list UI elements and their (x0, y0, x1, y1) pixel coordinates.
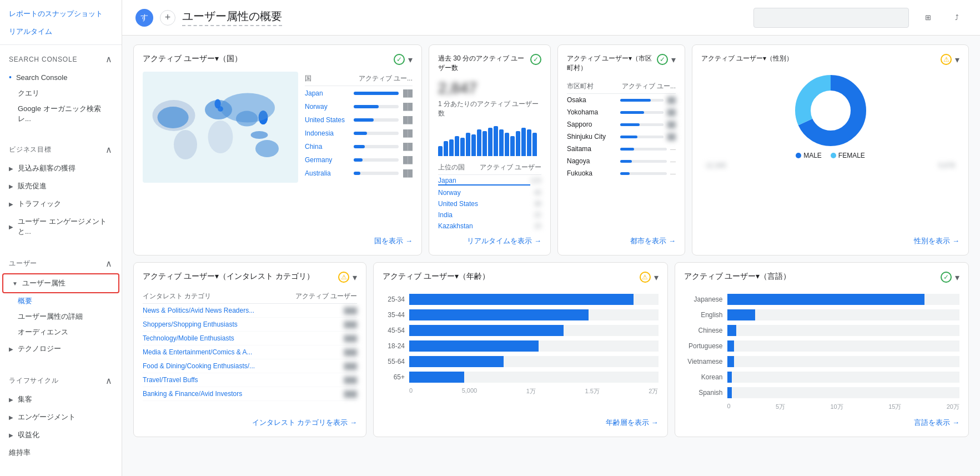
sidebar-section-header-user[interactable]: ユーザー ∧ (0, 254, 122, 273)
donut-legend: MALE FEMALE (796, 152, 865, 159)
age-link[interactable]: 年齢層を表示 → (383, 413, 659, 428)
country-row-germany[interactable]: Germany ██ (305, 154, 413, 166)
bar-10 (488, 128, 492, 156)
age-bar-25-34-container (409, 294, 659, 305)
city-val-yokohama: ██ (667, 109, 676, 116)
add-button[interactable]: + (160, 10, 175, 26)
interest-link[interactable]: インタレスト カテゴリを表示 → (143, 413, 357, 428)
city-row-osaka[interactable]: Osaka ██ (567, 94, 676, 106)
city-bar-sapporo (620, 123, 664, 126)
lang-bar-portuguese-container (727, 340, 960, 352)
rt-val-india: 22 (534, 211, 541, 219)
bar-17 (527, 129, 531, 156)
sidebar-section-label-user: ユーザー (9, 259, 37, 268)
interest-card-icons: ⚠ ▾ (338, 272, 357, 283)
city-row-yokohama[interactable]: Yokohama ██ (567, 106, 676, 118)
rt-row-us[interactable]: United States 38 (438, 198, 541, 209)
rt-row-kaz[interactable]: Kazakhstan 15 (438, 221, 541, 232)
bar-9 (483, 131, 487, 156)
realtime-link[interactable]: リアルタイムを表示 → (438, 232, 541, 246)
sidebar-item-audience[interactable]: オーディエンス (0, 324, 122, 340)
country-card-header: アクティブ ユーザー▾（国） ✓ ▾ (143, 54, 413, 65)
country-value-japan: ██ (403, 89, 413, 97)
city-row-nagoya[interactable]: Nagoya — (567, 155, 676, 167)
share-button[interactable]: ⤴ (947, 8, 967, 28)
city-val-shinjuku: ██ (667, 133, 676, 140)
lang-axis-10man: 10万 (831, 403, 843, 411)
sidebar-section-header-lifecycle[interactable]: ライフサイクル ∧ (0, 371, 122, 390)
lang-dropdown-icon[interactable]: ▾ (955, 272, 959, 283)
bar-11 (494, 126, 498, 156)
interest-row-1[interactable]: News & Politics/Avid News Readers... ███ (143, 304, 357, 318)
sidebar-realtime[interactable]: リアルタイム (0, 23, 122, 40)
sidebar-item-traffic[interactable]: ▶ トラフィック (0, 195, 122, 213)
share-icon: ⤴ (955, 13, 959, 22)
interest-row-4[interactable]: Media & Entertainment/Comics & A... ███ (143, 345, 357, 359)
interest-row-5[interactable]: Food & Dining/Cooking Enthusiasts/... ██… (143, 359, 357, 373)
bar-fill-au (354, 172, 360, 175)
interest-row-6[interactable]: Travel/Travel Buffs ███ (143, 373, 357, 387)
bar-7 (471, 134, 476, 156)
lang-label-english: English (684, 311, 723, 319)
sidebar-section-header-sc[interactable]: Search Console ∧ (0, 49, 122, 69)
interest-val-6: ███ (344, 377, 357, 383)
interest-val-3: ███ (344, 335, 357, 342)
sidebar-item-search-console[interactable]: • Search Console (0, 69, 122, 86)
sidebar-item-google-organic[interactable]: Google オーガニック検索レ... (0, 101, 122, 127)
interest-dropdown-icon[interactable]: ▾ (353, 272, 357, 283)
view-mode-button[interactable]: ⊞ (918, 8, 938, 28)
bar-fill-us (354, 118, 374, 122)
view-mode-icon: ⊞ (925, 13, 931, 22)
svg-point-12 (218, 106, 223, 112)
sidebar-library[interactable]: 📁 ライブラリ (0, 470, 122, 476)
sidebar-item-overview[interactable]: 概要 (0, 293, 122, 309)
interest-row-7[interactable]: Banking & Finance/Avid Investors ███ (143, 387, 357, 401)
sidebar-section-label-business: ビジネス目標 (9, 145, 52, 154)
gender-link[interactable]: 性別を表示 → (701, 232, 959, 246)
country-row-au[interactable]: Australia ██ (305, 167, 413, 179)
lang-bar-japanese (727, 294, 925, 305)
lang-bar-vietnamese (727, 356, 735, 367)
city-link[interactable]: 都市を表示 → (567, 232, 676, 246)
sidebar-item-user-attributes[interactable]: ▼ ユーザー属性 (2, 273, 119, 293)
sidebar-item-engagement[interactable]: ▶ ユーザー エンゲージメントと... (0, 213, 122, 240)
sidebar-item-monetization[interactable]: ▶ 収益化 (0, 426, 122, 444)
rt-country-india: India (438, 211, 534, 219)
sidebar-report-snapshot[interactable]: レポートのスナップショット (0, 4, 122, 23)
dropdown-icon[interactable]: ▾ (408, 54, 413, 65)
sidebar-item-retention[interactable]: 維持率 (0, 444, 122, 462)
age-dropdown-icon[interactable]: ▾ (654, 272, 659, 283)
age-axis-0: 0 (409, 387, 413, 395)
gender-dropdown-icon[interactable]: ▾ (955, 54, 959, 65)
rt-row-india[interactable]: India 22 (438, 209, 541, 221)
country-row-china[interactable]: China ██ (305, 141, 413, 153)
sidebar-section-header-business[interactable]: ビジネス目標 ∧ (0, 140, 122, 159)
city-row-sapporo[interactable]: Sapporo ██ (567, 118, 676, 131)
city-row-shinjuku[interactable]: Shinjuku City ██ (567, 131, 676, 143)
city-row-fukuoka[interactable]: Fukuoka — (567, 167, 676, 179)
sidebar-item-user-attr-detail[interactable]: ユーザー属性の詳細 (0, 309, 122, 324)
sidebar-item-label-mon: 収益化 (18, 430, 39, 440)
sidebar-item-technology[interactable]: ▶ テクノロジー (0, 340, 122, 358)
country-row-id[interactable]: Indonesia ██ (305, 127, 413, 139)
city-dropdown-icon[interactable]: ▾ (671, 54, 676, 65)
sidebar-section-search-console: Search Console ∧ • Search Console クエリ Go… (0, 45, 122, 131)
rt-row-japan[interactable]: Japan 123 (438, 175, 541, 187)
interest-val-4: ███ (344, 349, 357, 355)
sidebar-item-sales[interactable]: ▶ 販売促進 (0, 177, 122, 195)
lang-link[interactable]: 言語を表示 → (684, 413, 960, 428)
city-row-saitama[interactable]: Saitama — (567, 143, 676, 155)
country-card-link[interactable]: 国を表示 → (143, 232, 413, 246)
rt-row-norway[interactable]: Norway 45 (438, 187, 541, 198)
country-row-norway[interactable]: Norway ██ (305, 101, 413, 113)
svg-point-10 (236, 111, 258, 127)
country-row-japan[interactable]: Japan ██ (305, 87, 413, 99)
country-row-us[interactable]: United States ██ (305, 114, 413, 126)
interest-row-3[interactable]: Technology/Mobile Enthusiasts ███ (143, 332, 357, 345)
country-card: アクティブ ユーザー▾（国） ✓ ▾ (133, 44, 422, 255)
sidebar-item-acquisition[interactable]: ▶ 集客 (0, 390, 122, 408)
interest-row-2[interactable]: Shoppers/Shopping Enthusiasts ███ (143, 318, 357, 332)
sidebar-item-lead[interactable]: ▶ 見込み顧客の獲得 (0, 159, 122, 177)
sidebar-item-query[interactable]: クエリ (0, 86, 122, 101)
sidebar-item-engagement2[interactable]: ▶ エンゲージメント (0, 408, 122, 426)
